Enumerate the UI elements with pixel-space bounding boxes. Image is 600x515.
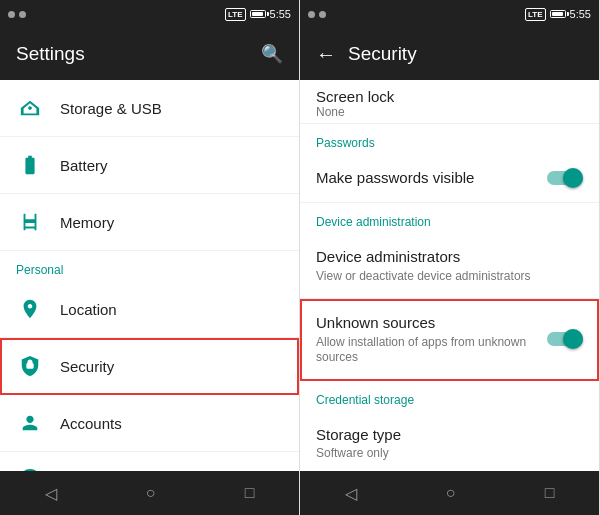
right-toolbar-title: Security [348, 43, 583, 65]
left-status-bar: LTE 5:55 [0, 0, 299, 28]
unknown-sources-title: Unknown sources [316, 313, 535, 333]
right-home-button[interactable]: ○ [430, 476, 472, 510]
unknown-sources-item[interactable]: Unknown sources Allow installation of ap… [300, 299, 599, 381]
battery-status-icon [250, 10, 266, 18]
unknown-sources-thumb [563, 329, 583, 349]
signal-dot-1 [8, 11, 15, 18]
make-passwords-visible-item[interactable]: Make passwords visible [300, 154, 599, 203]
location-icon [16, 295, 44, 323]
settings-item-google[interactable]: Google [0, 452, 299, 471]
make-passwords-visible-text: Make passwords visible [316, 168, 535, 188]
location-label: Location [60, 301, 117, 318]
right-recent-button[interactable]: □ [529, 476, 571, 510]
back-button[interactable]: ← [316, 43, 336, 66]
left-back-button[interactable]: ◁ [29, 476, 73, 511]
passwords-section-label: Passwords [300, 124, 599, 154]
search-icon[interactable]: 🔍 [261, 43, 283, 65]
right-status-time: 5:55 [570, 8, 591, 20]
left-home-button[interactable]: ○ [130, 476, 172, 510]
screen-lock-item[interactable]: Screen lock None [300, 80, 599, 124]
right-status-left [308, 11, 326, 18]
right-status-right: LTE 5:55 [525, 8, 591, 21]
signal-dot-2 [19, 11, 26, 18]
unknown-sources-toggle[interactable] [547, 329, 583, 349]
battery-fill [252, 12, 263, 16]
left-toolbar: Settings 🔍 [0, 28, 299, 80]
screen-lock-title: Screen lock [316, 88, 583, 105]
unknown-sources-subtitle: Allow installation of apps from unknown … [316, 335, 535, 366]
storage-type-title: Storage type [316, 425, 571, 445]
settings-item-memory[interactable]: Memory [0, 194, 299, 251]
accounts-label: Accounts [60, 415, 122, 432]
left-toolbar-title: Settings [16, 43, 261, 65]
battery-label: Battery [60, 157, 108, 174]
personal-section-label: Personal [0, 251, 299, 281]
memory-icon [16, 208, 44, 236]
device-admin-section-label: Device administration [300, 203, 599, 233]
left-recent-button[interactable]: □ [229, 476, 271, 510]
storage-icon [16, 94, 44, 122]
security-menu-icon [16, 352, 44, 380]
make-passwords-toggle[interactable] [547, 168, 583, 188]
settings-item-storage[interactable]: Storage & USB [0, 80, 299, 137]
device-administrators-item[interactable]: Device administrators View or deactivate… [300, 233, 599, 299]
make-passwords-visible-title: Make passwords visible [316, 168, 535, 188]
credential-storage-section-label: Credential storage [300, 381, 599, 411]
google-icon [16, 466, 44, 471]
right-signal-dot-1 [308, 11, 315, 18]
right-back-button[interactable]: ◁ [329, 476, 373, 511]
settings-item-battery[interactable]: Battery [0, 137, 299, 194]
settings-item-location[interactable]: Location [0, 281, 299, 338]
settings-item-accounts[interactable]: Accounts [0, 395, 299, 452]
storage-label: Storage & USB [60, 100, 162, 117]
right-toolbar: ← Security [300, 28, 599, 80]
device-administrators-text: Device administrators View or deactivate… [316, 247, 571, 284]
right-battery-icon [550, 10, 566, 18]
storage-type-subtitle: Software only [316, 446, 571, 462]
toggle-thumb [563, 168, 583, 188]
storage-type-text: Storage type Software only [316, 425, 571, 462]
unknown-sources-text: Unknown sources Allow installation of ap… [316, 313, 535, 366]
left-panel: LTE 5:55 Settings 🔍 Storage & USB Batter… [0, 0, 300, 515]
right-battery-fill [552, 12, 563, 16]
settings-item-security[interactable]: Security [0, 338, 299, 395]
device-administrators-subtitle: View or deactivate device administrators [316, 269, 571, 285]
storage-type-item[interactable]: Storage type Software only [300, 411, 599, 471]
security-label: Security [60, 358, 114, 375]
memory-label: Memory [60, 214, 114, 231]
right-nav-bar: ◁ ○ □ [300, 471, 599, 515]
left-status-right: LTE 5:55 [225, 8, 291, 21]
left-status-time: 5:55 [270, 8, 291, 20]
lte-badge: LTE [225, 8, 246, 21]
screen-lock-subtitle: None [316, 105, 583, 119]
right-lte-badge: LTE [525, 8, 546, 21]
right-panel: LTE 5:55 ← Security Screen lock None Pas… [300, 0, 600, 515]
accounts-icon [16, 409, 44, 437]
battery-menu-icon [16, 151, 44, 179]
left-nav-bar: ◁ ○ □ [0, 471, 299, 515]
settings-list: Storage & USB Battery Memory Personal Lo… [0, 80, 299, 471]
right-signal-dot-2 [319, 11, 326, 18]
security-settings-list: Screen lock None Passwords Make password… [300, 80, 599, 471]
right-status-bar: LTE 5:55 [300, 0, 599, 28]
device-administrators-title: Device administrators [316, 247, 571, 267]
left-status-left [8, 11, 26, 18]
